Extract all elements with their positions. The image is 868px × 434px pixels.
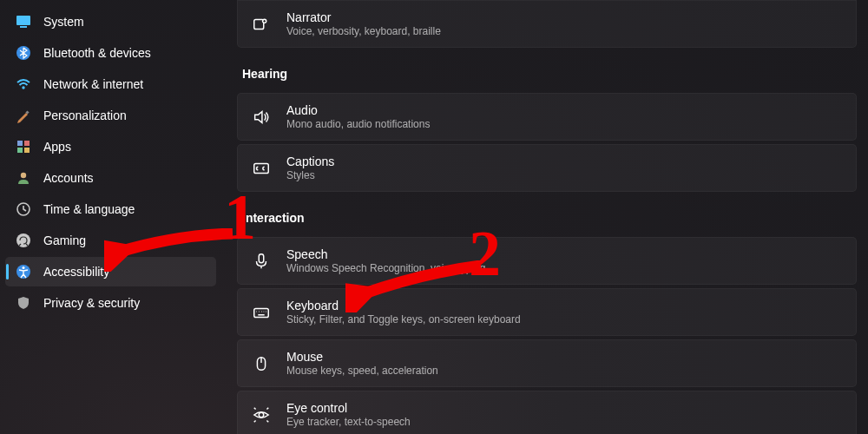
section-heading-hearing: Hearing xyxy=(242,67,868,81)
settings-card-captions[interactable]: Captions Styles xyxy=(237,144,857,192)
wifi-icon xyxy=(16,76,31,92)
card-title: Mouse xyxy=(286,350,438,364)
sidebar-item-label: Time & language xyxy=(43,202,135,216)
keyboard-icon xyxy=(252,303,271,322)
card-subtitle: Mono audio, audio notifications xyxy=(286,118,430,130)
section-heading-interaction: Interaction xyxy=(242,211,868,225)
card-title: Audio xyxy=(286,103,430,117)
card-text: Mouse Mouse keys, speed, acceleration xyxy=(286,350,438,377)
narrator-icon xyxy=(252,15,271,34)
card-subtitle: Styles xyxy=(286,169,334,181)
sidebar-item-privacy[interactable]: Privacy & security xyxy=(5,288,216,318)
card-subtitle: Voice, verbosity, keyboard, braille xyxy=(286,25,441,37)
sidebar: System Bluetooth & devices Network & int… xyxy=(0,0,221,434)
bluetooth-icon xyxy=(16,45,31,61)
card-text: Eye control Eye tracker, text-to-speech xyxy=(286,401,411,428)
system-icon xyxy=(16,14,31,30)
card-text: Narrator Voice, verbosity, keyboard, bra… xyxy=(286,10,441,37)
sidebar-item-label: Privacy & security xyxy=(43,296,140,310)
svg-rect-7 xyxy=(17,148,23,153)
card-text: Audio Mono audio, audio notifications xyxy=(286,103,430,130)
settings-card-speech[interactable]: Speech Windows Speech Recognition, voice… xyxy=(237,237,857,285)
card-title: Speech xyxy=(286,247,485,261)
svg-point-11 xyxy=(16,233,30,247)
settings-card-narrator[interactable]: Narrator Voice, verbosity, keyboard, bra… xyxy=(237,0,857,48)
eye-icon xyxy=(252,405,271,424)
main-content: Narrator Voice, verbosity, keyboard, bra… xyxy=(221,0,868,434)
sidebar-item-label: Gaming xyxy=(43,233,86,247)
sidebar-item-label: System xyxy=(43,15,84,29)
time-icon xyxy=(16,201,31,217)
sidebar-item-label: Accessibility xyxy=(43,265,109,279)
card-title: Eye control xyxy=(286,401,411,415)
sidebar-item-network[interactable]: Network & internet xyxy=(5,69,216,99)
svg-rect-18 xyxy=(254,308,269,317)
sidebar-item-bluetooth[interactable]: Bluetooth & devices xyxy=(5,38,216,68)
card-text: Keyboard Sticky, Filter, and Toggle keys… xyxy=(286,299,521,326)
card-subtitle: Mouse keys, speed, acceleration xyxy=(286,365,438,377)
svg-rect-0 xyxy=(16,16,30,25)
accounts-icon xyxy=(16,170,31,186)
svg-rect-6 xyxy=(24,141,30,146)
sidebar-item-label: Accounts xyxy=(43,171,94,185)
card-subtitle: Windows Speech Recognition, voice typing xyxy=(286,262,485,274)
sidebar-item-label: Personalization xyxy=(43,108,127,122)
gaming-icon xyxy=(16,233,31,248)
card-text: Captions Styles xyxy=(286,155,334,181)
sidebar-item-personalization[interactable]: Personalization xyxy=(5,101,216,130)
personalization-icon xyxy=(16,108,31,123)
svg-rect-17 xyxy=(259,253,264,262)
sidebar-item-label: Network & internet xyxy=(43,77,143,91)
sidebar-item-label: Apps xyxy=(43,140,71,154)
svg-rect-1 xyxy=(20,26,27,28)
svg-point-3 xyxy=(22,86,24,89)
sidebar-item-accessibility[interactable]: Accessibility xyxy=(5,257,216,286)
sidebar-item-accounts[interactable]: Accounts xyxy=(5,163,216,193)
card-title: Keyboard xyxy=(286,299,521,312)
sidebar-item-label: Bluetooth & devices xyxy=(43,46,151,60)
captions-icon xyxy=(252,159,271,178)
svg-point-13 xyxy=(23,266,25,269)
settings-card-mouse[interactable]: Mouse Mouse keys, speed, acceleration xyxy=(237,339,857,387)
speech-icon xyxy=(252,252,271,271)
audio-icon xyxy=(252,108,271,127)
card-text: Speech Windows Speech Recognition, voice… xyxy=(286,247,485,274)
settings-card-keyboard[interactable]: Keyboard Sticky, Filter, and Toggle keys… xyxy=(237,288,857,336)
settings-card-eye-control[interactable]: Eye control Eye tracker, text-to-speech xyxy=(237,391,857,434)
privacy-icon xyxy=(16,295,31,311)
sidebar-item-gaming[interactable]: Gaming xyxy=(5,226,216,255)
sidebar-item-system[interactable]: System xyxy=(5,7,216,36)
svg-point-21 xyxy=(259,412,264,418)
apps-icon xyxy=(16,139,31,155)
svg-rect-8 xyxy=(24,148,30,153)
accessibility-icon xyxy=(16,264,31,279)
card-title: Narrator xyxy=(286,10,441,24)
card-title: Captions xyxy=(286,155,334,168)
card-subtitle: Sticky, Filter, and Toggle keys, on-scre… xyxy=(286,313,521,326)
settings-card-audio[interactable]: Audio Mono audio, audio notifications xyxy=(237,93,857,141)
sidebar-item-time[interactable]: Time & language xyxy=(5,194,216,224)
sidebar-item-apps[interactable]: Apps xyxy=(5,132,216,161)
card-subtitle: Eye tracker, text-to-speech xyxy=(286,416,411,428)
svg-point-9 xyxy=(21,173,26,178)
mouse-icon xyxy=(252,354,271,373)
svg-rect-5 xyxy=(17,141,23,146)
